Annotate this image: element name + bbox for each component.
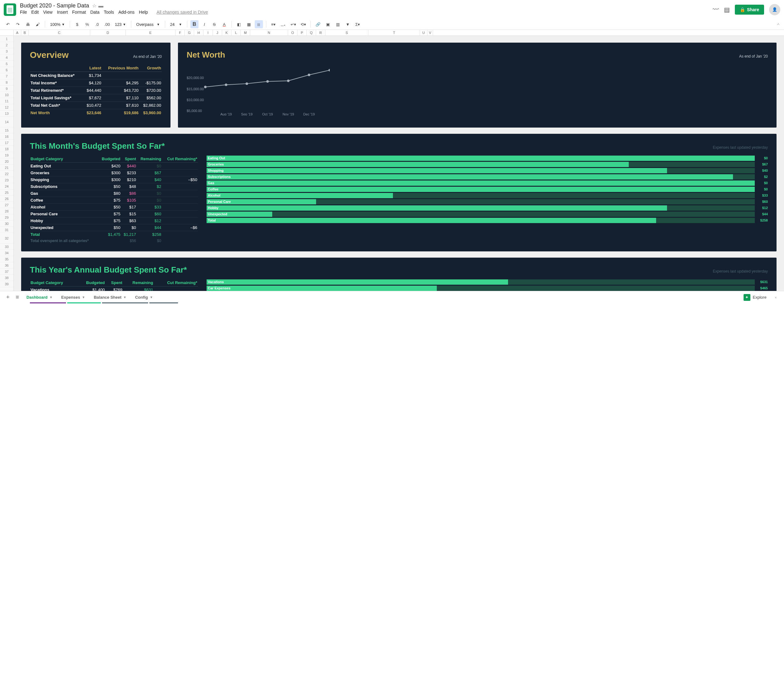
col-header[interactable]: T — [368, 30, 420, 35]
tab-balance-sheet[interactable]: Balance Sheet▼ — [89, 292, 131, 303]
comment-icon[interactable]: ▣ — [324, 20, 332, 28]
trend-icon[interactable]: 〰 — [713, 6, 719, 13]
decimal-decrease-icon[interactable]: .0 — [93, 20, 101, 28]
chart-icon[interactable]: ▥ — [334, 20, 342, 28]
col-header[interactable]: S — [325, 30, 368, 35]
share-button[interactable]: 🔒 Share — [735, 5, 764, 14]
row-header[interactable]: 16 — [0, 134, 13, 140]
row-header[interactable]: 30 — [0, 221, 13, 227]
row-header[interactable]: 15 — [0, 127, 13, 134]
tab-config[interactable]: Config▼ — [131, 292, 157, 303]
row-header[interactable]: 7 — [0, 73, 13, 79]
budget-row[interactable]: Groceries$300$233$67 — [30, 170, 198, 177]
menu-insert[interactable]: Insert — [57, 10, 68, 14]
halign-icon[interactable]: ≡▾ — [269, 20, 277, 28]
row-header[interactable]: 23 — [0, 177, 13, 183]
link-icon[interactable]: 🔗 — [314, 20, 322, 28]
fontsize-select[interactable]: 24 ▼ — [168, 22, 184, 27]
bold-button[interactable]: B — [190, 20, 199, 28]
menu-help[interactable]: Help — [139, 10, 148, 14]
fill-color-icon[interactable]: ◧ — [235, 20, 243, 28]
row-header[interactable]: 27 — [0, 202, 13, 208]
col-header[interactable] — [0, 30, 14, 35]
decimal-increase-icon[interactable]: .00 — [103, 20, 111, 28]
col-header[interactable]: I — [204, 30, 213, 35]
all-sheets-icon[interactable]: ≡ — [13, 294, 22, 301]
overview-row[interactable]: Total Liquid Savings*$7,672$7,110$562.00 — [30, 94, 162, 102]
menu-edit[interactable]: Edit — [32, 10, 39, 14]
col-header[interactable]: O — [288, 30, 297, 35]
paint-format-icon[interactable]: 🖌 — [33, 20, 42, 28]
row-header[interactable]: 4 — [0, 54, 13, 61]
col-header[interactable]: F — [175, 30, 185, 35]
filter-icon[interactable]: ▼ — [344, 20, 352, 28]
row-header[interactable]: 35 — [0, 256, 13, 262]
text-color-icon[interactable]: A — [220, 20, 228, 28]
borders-icon[interactable]: ▦ — [245, 20, 253, 28]
format-select[interactable]: 123 ▼ — [113, 22, 128, 27]
comments-icon[interactable]: ▤ — [724, 6, 730, 13]
col-header[interactable]: N — [250, 30, 288, 35]
row-header[interactable]: 32 — [0, 233, 13, 244]
budget-row[interactable]: Shopping$300$210$40–$50 — [30, 177, 198, 183]
wrap-icon[interactable]: ↵▾ — [289, 20, 297, 28]
strike-button[interactable]: S — [210, 20, 218, 28]
row-header[interactable]: 39 — [0, 281, 13, 287]
col-header[interactable]: D — [90, 30, 126, 35]
col-header[interactable]: Q — [307, 30, 316, 35]
percent-icon[interactable]: % — [83, 20, 91, 28]
tab-expenses[interactable]: Expenses▼ — [57, 292, 89, 303]
explore-button[interactable]: ✦Explore‹ — [739, 294, 781, 301]
row-header[interactable]: 6 — [0, 67, 13, 73]
sheets-logo-icon[interactable] — [4, 3, 16, 16]
col-header[interactable]: V — [427, 30, 433, 35]
col-header[interactable]: E — [126, 30, 175, 35]
menu-add-ons[interactable]: Add-ons — [118, 10, 134, 14]
zoom-select[interactable]: 100% ▼ — [48, 22, 67, 27]
col-header[interactable]: U — [420, 30, 427, 35]
budget-row[interactable]: Subscriptions$50$48$2 — [30, 183, 198, 190]
row-header[interactable]: 29 — [0, 214, 13, 221]
currency-icon[interactable]: $ — [73, 20, 81, 28]
col-header[interactable]: R — [316, 30, 325, 35]
row-header[interactable]: 28 — [0, 208, 13, 214]
budget-row[interactable]: Hobby$75$63$12 — [30, 217, 198, 224]
font-select[interactable]: Overpass ▼ — [134, 22, 162, 27]
overview-row[interactable]: Total Income*$4,120$4,295-$175.00 — [30, 79, 162, 87]
row-header[interactable]: 12 — [0, 104, 13, 110]
functions-icon[interactable]: Σ▾ — [354, 20, 362, 28]
row-header[interactable]: 36 — [0, 262, 13, 269]
overview-row[interactable]: Total Net Cash*$10,472$7,610$2,862.00 — [30, 102, 162, 109]
row-header[interactable]: 20 — [0, 158, 13, 164]
row-header[interactable]: 13 — [0, 110, 13, 117]
col-header[interactable]: A — [14, 30, 21, 35]
row-header[interactable]: 26 — [0, 196, 13, 202]
valign-icon[interactable]: ⎵▾ — [279, 20, 287, 28]
row-header[interactable]: 5 — [0, 61, 13, 67]
row-header[interactable]: 31 — [0, 227, 13, 233]
overview-row[interactable]: Total Retirement*$44,440$43,720$720.00 — [30, 87, 162, 94]
col-header[interactable]: M — [241, 30, 250, 35]
redo-icon[interactable]: ↷ — [14, 20, 22, 28]
col-header[interactable]: J — [213, 30, 222, 35]
star-icon[interactable]: ☆ — [92, 3, 96, 9]
row-header[interactable]: 38 — [0, 275, 13, 281]
avatar[interactable]: 👤 — [769, 4, 780, 15]
menu-file[interactable]: File — [20, 10, 27, 14]
budget-row[interactable]: Alcohol$50$17$33 — [30, 204, 198, 210]
col-header[interactable]: C — [29, 30, 90, 35]
row-header[interactable]: 10 — [0, 92, 13, 98]
budget-row[interactable]: Vacations$1,400$769$631 — [30, 287, 198, 291]
merge-icon[interactable]: ⫼ — [255, 20, 263, 28]
doc-title[interactable]: Budget 2020 - Sample Data — [20, 3, 89, 9]
print-icon[interactable]: 🖶 — [24, 20, 32, 28]
overview-networth-row[interactable]: Net Worth$23,646$19,686$3,960.00 — [30, 109, 162, 117]
col-header[interactable]: L — [231, 30, 241, 35]
col-header[interactable]: K — [222, 30, 231, 35]
menu-format[interactable]: Format — [72, 10, 86, 14]
menu-data[interactable]: Data — [90, 10, 100, 14]
row-header[interactable]: 2 — [0, 42, 13, 48]
collapse-toolbar-icon[interactable]: ㅅ — [776, 21, 780, 27]
row-header[interactable]: 19 — [0, 152, 13, 158]
col-header[interactable]: B — [21, 30, 29, 35]
